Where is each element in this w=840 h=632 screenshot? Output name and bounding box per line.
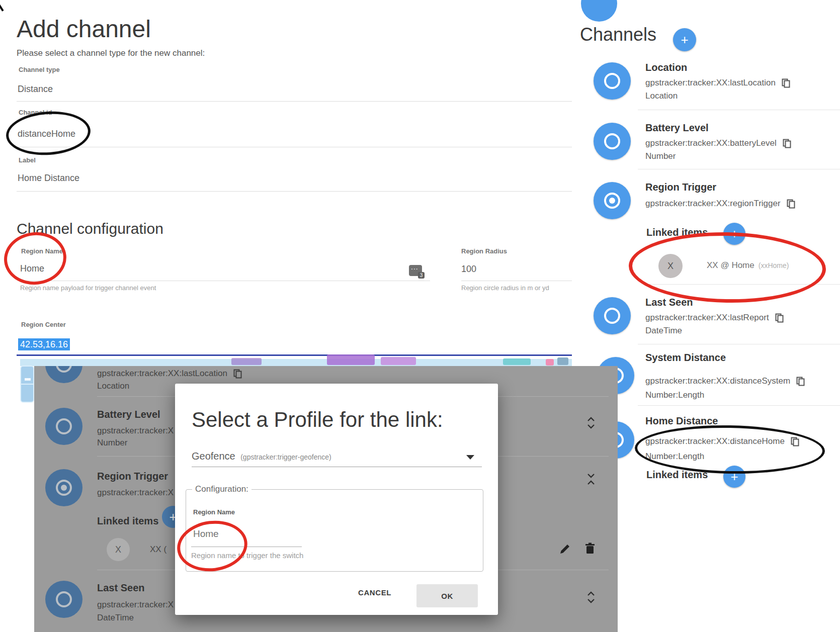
copy-icon[interactable] — [783, 139, 791, 148]
dialog-region-name-underline — [191, 547, 302, 547]
channel-uid: gpstracker:tracker:XX:distanceHome — [645, 436, 785, 446]
add-link-button[interactable]: + — [723, 466, 745, 488]
annotation-black-ellipse-distance-home — [634, 424, 825, 476]
bg-channel-name: Last Seen — [97, 582, 144, 594]
linked-item-label: XX @ Home — [707, 260, 754, 270]
channel-id-input[interactable]: distanceHome — [18, 129, 75, 139]
region-name-input[interactable]: Home — [20, 263, 44, 274]
unfold-less-icon — [586, 473, 596, 486]
copy-icon[interactable] — [775, 313, 784, 323]
channel-type-underline — [17, 101, 572, 102]
channel-name: Location — [645, 62, 687, 73]
linked-item-avatar: X — [658, 254, 683, 278]
dialog-configuration-legend: Configuration: — [192, 484, 251, 494]
channel-name: System Distance — [645, 352, 726, 364]
dialog-region-name-label: Region Name — [193, 508, 235, 516]
channel-name: Home Distance — [645, 415, 718, 427]
add-channel-button[interactable]: + — [673, 28, 696, 51]
channel-name: Last Seen — [645, 297, 693, 308]
copy-icon — [233, 369, 242, 379]
label-underline — [17, 191, 572, 192]
channel-type-label: Channel type — [19, 66, 60, 73]
map-blob — [503, 358, 531, 365]
bg-linked-item-avatar: X — [107, 538, 130, 561]
map-blob — [327, 354, 375, 365]
linked-item-row[interactable]: XX @ Home(xxHome) — [707, 260, 789, 270]
bg-channel-name: Region Trigger — [97, 471, 168, 482]
cancel-button[interactable]: CANCEL — [358, 588, 391, 597]
channel-type: Location — [645, 91, 678, 101]
bg-channel-state-icon — [45, 581, 82, 618]
ok-button[interactable]: OK — [416, 584, 478, 607]
region-name-underline — [19, 281, 430, 281]
region-radius-underline — [461, 281, 572, 281]
dialog-configuration-fieldset: Configuration: Region Name Home Region n… — [186, 484, 483, 572]
bg-channel-state-icon — [45, 469, 82, 506]
region-radius-helper: Region circle radius in m or yd — [461, 284, 549, 292]
filler-badge: 3 — [418, 272, 425, 279]
region-center-label: Region Center — [21, 321, 66, 328]
copy-icon[interactable] — [791, 437, 799, 446]
map-blob — [231, 358, 262, 365]
label-input[interactable]: Home Distance — [18, 173, 79, 184]
channel-state-icon — [594, 182, 631, 219]
region-radius-input[interactable]: 100 — [461, 264, 476, 275]
channel-type-select[interactable]: Distance — [18, 84, 53, 95]
add-link-button[interactable]: + — [723, 223, 745, 245]
annotation-red-ellipse-linked-item — [628, 231, 826, 305]
bg-channel-uid: gpstracker:tracker:X — [97, 488, 174, 498]
channel-id-label: Channel id — [19, 109, 52, 116]
channel-name: Region Trigger — [645, 182, 716, 193]
screenshot-root: Add channel Please select a channel type… — [0, 0, 840, 632]
map-strip — [20, 359, 572, 366]
bg-linked-items-header: Linked items — [97, 515, 158, 527]
linked-items-header: Linked items — [646, 469, 708, 481]
annotation-red-ellipse-region-name — [2, 229, 69, 288]
profile-select-underline — [192, 467, 482, 467]
pencil-icon — [559, 543, 571, 555]
channel-uid: gpstracker:tracker:XX:batteryLevel — [645, 138, 777, 148]
map-widget-thumbnail — [20, 366, 34, 403]
channel-name: Battery Level — [645, 122, 709, 134]
copy-icon[interactable] — [796, 377, 805, 386]
form-filler-icon[interactable]: ... 3 — [409, 265, 422, 276]
map-blob — [381, 357, 416, 365]
region-center-input[interactable]: 42.53,16.16 — [18, 339, 70, 350]
trash-icon — [584, 543, 596, 555]
linked-items-header: Linked items — [646, 227, 708, 238]
bg-channel-uid: gpstracker:tracker:X — [97, 600, 174, 610]
channel-state-icon — [594, 123, 631, 160]
channel-uid: gpstracker:tracker:XX:regionTrigger — [645, 199, 781, 209]
channel-type: Number — [645, 151, 676, 161]
channel-uid: gpstracker:tracker:XX:distanceSystem — [645, 376, 790, 386]
linked-item-detail: (xxHome) — [759, 261, 789, 269]
channel-uid: gpstracker:tracker:XX:lastReport — [645, 313, 769, 323]
unfold-more-icon — [586, 591, 596, 604]
region-name-helper: Region name payload for trigger channel … — [20, 284, 156, 292]
dialog-region-name-input[interactable]: Home — [193, 528, 219, 539]
bg-channel-type: DateTime — [97, 613, 134, 623]
bg-channel-type: Number — [97, 438, 127, 448]
bg-channel-name: Battery Level — [97, 409, 160, 420]
bg-channel-state-icon — [45, 366, 82, 383]
channel-state-icon — [594, 297, 631, 334]
profile-select[interactable]: Geofence (gpstracker:trigger-geofence) — [192, 450, 331, 462]
profile-dialog: Select a Profile for the link: Geofence … — [175, 384, 498, 615]
region-radius-label: Region Radius — [461, 247, 507, 255]
channel-state-icon — [594, 62, 631, 100]
copy-icon[interactable] — [782, 78, 790, 88]
bg-linked-item-label: XX ( — [150, 545, 166, 555]
channel-type: Number:Length — [645, 452, 704, 462]
bg-channel-state-icon — [45, 408, 82, 445]
profile-select-value: Geofence — [192, 450, 235, 462]
copy-icon[interactable] — [787, 199, 795, 209]
chevron-down-icon[interactable] — [466, 455, 474, 460]
unfold-more-icon — [586, 416, 596, 429]
channel-type: Number:Length — [645, 390, 704, 400]
map-blob — [557, 357, 568, 365]
partial-avatar-icon — [581, 0, 617, 22]
page-subtitle: Please select a channel type for the new… — [17, 48, 205, 58]
page-title: Add channel — [17, 15, 151, 43]
channel-uid: gpstracker:tracker:XX:lastLocation — [645, 78, 776, 88]
bg-channel-uid: gpstracker:tracker:XX:lastLocation — [97, 369, 227, 379]
